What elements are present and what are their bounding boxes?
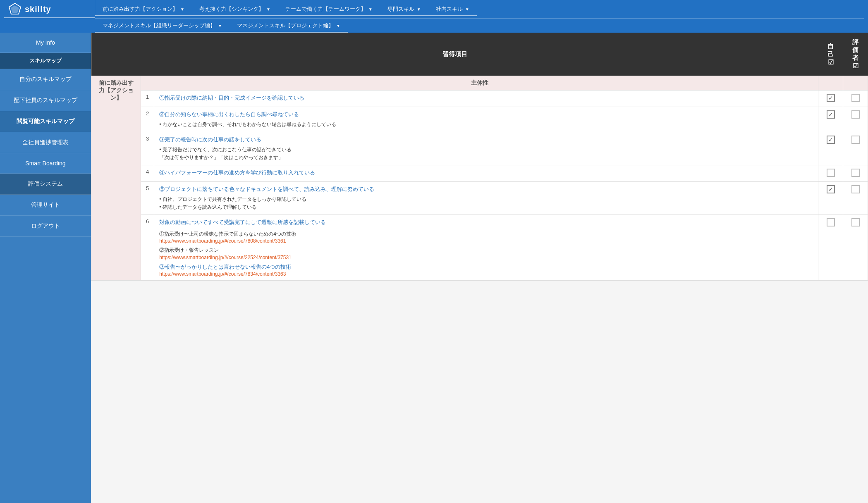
sidebar-item-my-skillmap[interactable]: 自分のスキルマップ xyxy=(0,69,91,90)
sub-item-1-link[interactable]: https://www.smartboarding.jp/#/course/78… xyxy=(159,238,813,244)
nav-expert[interactable]: 専門スキル ▼ xyxy=(380,2,428,16)
row-text-2: ②自分の知らない事柄に出くわしたら自ら調べ尋ねている xyxy=(159,110,813,119)
logo-text: skiIIty xyxy=(25,5,51,14)
header-nav-top: skiIIty 前に踏み出す力【アクション】 ▼ 考え抜く力【シンキング】 ▼ … xyxy=(0,0,868,33)
sidebar-item-all-progress[interactable]: 全社員進捗管理表 xyxy=(0,132,91,153)
th-self: 自己 ☑ xyxy=(818,33,843,76)
sidebar-item-evaluation[interactable]: 評価システム xyxy=(0,174,91,195)
sub-item-3-label: ③報告〜がっかりしたとは言わせない報告の4つの技術 xyxy=(159,263,813,272)
row-content-2: ②自分の知らない事柄に出くわしたら自ら調べ尋ねている • わかないことは自身で調… xyxy=(154,107,818,132)
table-row: 5 ⑤プロジェクトに落ちている色々なドキュメントを調べて、読み込み、理解に努めて… xyxy=(91,182,868,215)
sub-item-2: ②指示受け・報告レッスン https://www.smartboarding.j… xyxy=(159,246,813,260)
nav-internal-arrow: ▼ xyxy=(465,7,469,12)
svg-marker-1 xyxy=(11,5,19,13)
nav-action-arrow: ▼ xyxy=(180,7,184,12)
eval-empty-icon-5 xyxy=(851,185,860,193)
nav-action[interactable]: 前に踏み出す力【アクション】 ▼ xyxy=(95,2,192,16)
row-self-check-1[interactable]: ✓ xyxy=(818,91,843,107)
sidebar: My Info スキルマップ 自分のスキルマップ 配下社員のスキルマップ 閲覧可… xyxy=(0,33,91,503)
sidebar-section-skillmap: スキルマップ xyxy=(0,53,91,69)
sub-item-2-link[interactable]: https://www.smartboarding.jp/#/course/22… xyxy=(159,255,813,260)
row-num-6: 6 xyxy=(141,215,154,281)
nav-thinking-arrow: ▼ xyxy=(266,7,270,12)
row-self-check-3[interactable]: ✓ xyxy=(818,132,843,165)
sub-item-1-label: ①指示受け〜上司の曖昧な指示で固まらないための4つの技術 xyxy=(159,230,813,238)
row-eval-check-6[interactable] xyxy=(843,215,868,281)
row-num-2: 2 xyxy=(141,107,154,132)
row-num-4: 4 xyxy=(141,165,154,182)
row-text-5: ⑤プロジェクトに落ちている色々なドキュメントを調べて、読み込み、理解に努めている xyxy=(159,185,813,194)
th-evaluator: 評価者 ☑ xyxy=(843,33,868,76)
eval-check-symbol: ☑ xyxy=(850,62,861,70)
self-empty-icon-4 xyxy=(827,169,835,177)
nav-internal[interactable]: 社内スキル ▼ xyxy=(428,2,477,16)
row-eval-check-4[interactable] xyxy=(843,165,868,182)
skill-table: 習得項目 自己 ☑ 評価者 ☑ 前に踏み出す力【アクション xyxy=(91,33,868,281)
row-text-4: ④ハイパフォーマーの仕事の進め方を学び行動に取り入れている xyxy=(159,169,813,177)
category-cell: 前に踏み出す力【アクション】 xyxy=(91,76,141,281)
row-text-1: ①指示受けの際に納期・目的・完成イメージを確認している xyxy=(159,94,813,103)
sidebar-item-smart-boarding[interactable]: Smart Boarding xyxy=(0,153,91,174)
row-sub-5: • 自社、プロジェクトで共有されたデータをしっかり確認している• 確認したデータ… xyxy=(159,195,813,211)
nav-teamwork[interactable]: チームで働く力【チームワーク】 ▼ xyxy=(278,2,380,16)
nav-teamwork-arrow: ▼ xyxy=(368,7,373,12)
eval-empty-icon-4 xyxy=(851,169,860,177)
row-sub-2: • わかないことは自身で調べ、それでもわからない場合は尋ねるようにしている xyxy=(159,121,813,129)
subcategory-eval-check xyxy=(843,76,868,91)
nav-mgmt-proj-arrow: ▼ xyxy=(336,24,340,28)
subcategory-row: 前に踏み出す力【アクション】 主体性 xyxy=(91,76,868,91)
row-num-5: 5 xyxy=(141,182,154,215)
table-row: 1 ①指示受けの際に納期・目的・完成イメージを確認している ✓ xyxy=(91,91,868,107)
table-row: 6 対象の動画についてすべて受講完了にして週報に所感を記載している ①指示受け〜… xyxy=(91,215,868,281)
row-eval-check-1[interactable] xyxy=(843,91,868,107)
row-content-4: ④ハイパフォーマーの仕事の進め方を学び行動に取り入れている xyxy=(154,165,818,182)
nav-expert-arrow: ▼ xyxy=(417,7,421,12)
sidebar-item-viewable-skillmap[interactable]: 閲覧可能スキルマップ xyxy=(0,111,91,132)
eval-empty-icon-6 xyxy=(851,218,860,226)
main-layout: My Info スキルマップ 自分のスキルマップ 配下社員のスキルマップ 閲覧可… xyxy=(0,33,868,503)
sub-item-3-link[interactable]: https://www.smartboarding.jp/#/course/78… xyxy=(159,271,813,277)
nav-mgmt-proj[interactable]: マネジメントスキル【プロジェクト編】 ▼ xyxy=(230,19,348,33)
row-num-1: 1 xyxy=(141,91,154,107)
sidebar-item-admin[interactable]: 管理サイト xyxy=(0,195,91,216)
row-self-check-5[interactable]: ✓ xyxy=(818,182,843,215)
self-checked-icon-5: ✓ xyxy=(827,185,835,193)
row-content-3: ③完了の報告時に次の仕事の話をしている • 完了報告だけでなく、次におこなう仕事… xyxy=(154,132,818,165)
row-self-check-4[interactable] xyxy=(818,165,843,182)
sub-item-1: ①指示受け〜上司の曖昧な指示で固まらないための4つの技術 https://www… xyxy=(159,230,813,244)
table-wrapper: 習得項目 自己 ☑ 評価者 ☑ 前に踏み出す力【アクション xyxy=(91,33,868,281)
nav-mgmt-org[interactable]: マネジメントスキル【組織リーダーシップ編】 ▼ xyxy=(95,19,230,33)
sidebar-item-logout[interactable]: ログアウト xyxy=(0,216,91,237)
table-row: 3 ③完了の報告時に次の仕事の話をしている • 完了報告だけでなく、次におこなう… xyxy=(91,132,868,165)
row-eval-check-3[interactable] xyxy=(843,132,868,165)
row-sub-items-6: ①指示受け〜上司の曖昧な指示で固まらないための4つの技術 https://www… xyxy=(159,230,813,277)
row-self-check-2[interactable]: ✓ xyxy=(818,107,843,132)
row-eval-check-2[interactable] xyxy=(843,107,868,132)
subcategory-self-check xyxy=(818,76,843,91)
row-sub-3: • 完了報告だけでなく、次におこなう仕事の話ができている「次は何をやりますか？」… xyxy=(159,146,813,162)
logo-icon xyxy=(8,2,22,16)
th-skill-item: 習得項目 xyxy=(91,33,818,76)
sidebar-item-subordinate-skillmap[interactable]: 配下社員のスキルマップ xyxy=(0,90,91,111)
nav-thinking[interactable]: 考え抜く力【シンキング】 ▼ xyxy=(192,2,278,16)
table-row: 2 ②自分の知らない事柄に出くわしたら自ら調べ尋ねている • わかないことは自身… xyxy=(91,107,868,132)
row-text-6-blue: 対象の動画についてすべて受講完了にして週報に所感を記載している xyxy=(159,218,813,227)
logo[interactable]: skiIIty xyxy=(4,0,95,18)
self-checked-icon-1: ✓ xyxy=(827,94,835,102)
eval-empty-icon-1 xyxy=(851,94,860,102)
subcategory-cell: 主体性 xyxy=(141,76,818,91)
eval-empty-icon-2 xyxy=(851,110,860,119)
sidebar-item-myinfo[interactable]: My Info xyxy=(0,33,91,53)
row-content-6: 対象の動画についてすべて受講完了にして週報に所感を記載している ①指示受け〜上司… xyxy=(154,215,818,281)
content-area: 習得項目 自己 ☑ 評価者 ☑ 前に踏み出す力【アクション xyxy=(91,33,868,503)
row-num-3: 3 xyxy=(141,132,154,165)
row-self-check-6[interactable] xyxy=(818,215,843,281)
nav-mgmt-org-arrow: ▼ xyxy=(218,24,222,28)
row-eval-check-5[interactable] xyxy=(843,182,868,215)
self-check-symbol: ☑ xyxy=(825,58,837,66)
eval-empty-icon-3 xyxy=(851,136,860,144)
row-content-5: ⑤プロジェクトに落ちている色々なドキュメントを調べて、読み込み、理解に努めている… xyxy=(154,182,818,215)
self-checked-icon-3: ✓ xyxy=(827,136,835,144)
sub-item-2-label: ②指示受け・報告レッスン xyxy=(159,246,813,254)
self-empty-icon-6 xyxy=(827,218,835,226)
